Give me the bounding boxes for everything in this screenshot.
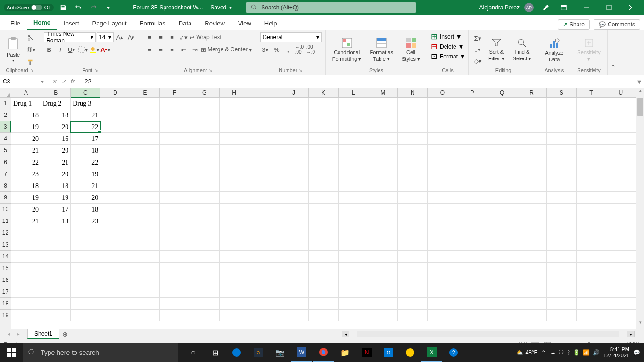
cell-P4[interactable] <box>457 133 487 145</box>
cell-B12[interactable] <box>41 227 71 239</box>
cell-I10[interactable] <box>249 204 279 215</box>
cell-P13[interactable] <box>457 239 487 251</box>
cell-J14[interactable] <box>279 251 309 263</box>
cell-N14[interactable] <box>398 251 428 263</box>
help-icon[interactable]: ? <box>443 343 464 362</box>
wifi-icon[interactable]: 📶 <box>583 349 590 356</box>
cell-Q4[interactable] <box>487 133 517 145</box>
autosave-toggle[interactable]: AutoSave Off <box>4 4 54 11</box>
cell-E12[interactable] <box>130 227 160 239</box>
cell-O9[interactable] <box>428 192 457 204</box>
cell-M4[interactable] <box>368 133 398 145</box>
cell-Q19[interactable] <box>487 310 517 321</box>
cell-O6[interactable] <box>428 156 457 168</box>
cell-D4[interactable] <box>100 133 130 145</box>
cell-K18[interactable] <box>309 298 339 310</box>
cell-A15[interactable] <box>11 263 41 274</box>
cell-R8[interactable] <box>517 180 547 192</box>
task-view-icon[interactable]: ⊞ <box>205 343 225 362</box>
cell-L19[interactable] <box>339 310 368 321</box>
cell-G8[interactable] <box>190 180 220 192</box>
clear-button[interactable]: ◇▾ <box>472 56 483 66</box>
cell-Q14[interactable] <box>487 251 517 263</box>
cell-F16[interactable] <box>160 274 190 286</box>
cell-N15[interactable] <box>398 263 428 274</box>
excel-icon[interactable]: X <box>421 343 442 362</box>
cell-I7[interactable] <box>249 168 279 180</box>
comma-button[interactable]: , <box>283 44 293 55</box>
cell-G13[interactable] <box>190 239 220 251</box>
column-header-E[interactable]: E <box>130 88 160 98</box>
cell-G14[interactable] <box>190 251 220 263</box>
column-header-C[interactable]: C <box>71 88 100 98</box>
scroll-down-button[interactable]: ▾ <box>636 320 644 329</box>
cell-P12[interactable] <box>457 227 487 239</box>
column-header-Q[interactable]: Q <box>487 88 517 98</box>
autosum-button[interactable]: Σ▾ <box>472 33 483 44</box>
format-as-table-button[interactable]: Format as Table ▾ <box>367 36 396 63</box>
column-header-H[interactable]: H <box>220 88 249 98</box>
amazon-icon[interactable]: a <box>248 343 269 362</box>
font-dialog-launcher[interactable]: ↘ <box>94 68 98 73</box>
analyze-data-button[interactable]: Analyze Data <box>542 37 566 63</box>
cell-K5[interactable] <box>309 145 339 156</box>
cell-T8[interactable] <box>577 180 606 192</box>
column-header-G[interactable]: G <box>190 88 220 98</box>
close-button[interactable] <box>621 0 642 15</box>
start-button[interactable] <box>0 343 23 362</box>
cell-K12[interactable] <box>309 227 339 239</box>
cell-A8[interactable]: 18 <box>11 180 41 192</box>
cell-F10[interactable] <box>160 204 190 215</box>
cell-N7[interactable] <box>398 168 428 180</box>
cell-K13[interactable] <box>309 239 339 251</box>
taskbar-search[interactable]: Type here to search <box>23 343 178 362</box>
cell-L7[interactable] <box>339 168 368 180</box>
cell-L15[interactable] <box>339 263 368 274</box>
font-size-select[interactable]: 14▾ <box>97 32 114 42</box>
cell-R17[interactable] <box>517 286 547 298</box>
cell-M7[interactable] <box>368 168 398 180</box>
cell-G11[interactable] <box>190 215 220 227</box>
column-header-S[interactable]: S <box>547 88 577 98</box>
cell-F5[interactable] <box>160 145 190 156</box>
cell-U4[interactable] <box>606 133 636 145</box>
cell-O3[interactable] <box>428 121 457 133</box>
cut-button[interactable] <box>25 33 36 43</box>
row-header-6[interactable]: 6 <box>0 156 11 168</box>
norton-icon[interactable] <box>400 343 421 362</box>
cell-M3[interactable] <box>368 121 398 133</box>
cell-C9[interactable]: 20 <box>71 192 100 204</box>
cell-S14[interactable] <box>547 251 577 263</box>
outlook-icon[interactable]: O <box>378 343 399 362</box>
cell-D16[interactable] <box>100 274 130 286</box>
cell-O18[interactable] <box>428 298 457 310</box>
cell-U9[interactable] <box>606 192 636 204</box>
cell-N11[interactable] <box>398 215 428 227</box>
cell-T18[interactable] <box>577 298 606 310</box>
cell-A2[interactable]: 18 <box>11 109 41 121</box>
cell-M15[interactable] <box>368 263 398 274</box>
cell-U10[interactable] <box>606 204 636 215</box>
cell-L3[interactable] <box>339 121 368 133</box>
cell-C7[interactable]: 19 <box>71 168 100 180</box>
cell-R13[interactable] <box>517 239 547 251</box>
align-center-button[interactable]: ≡ <box>156 44 166 55</box>
cell-Q3[interactable] <box>487 121 517 133</box>
column-header-I[interactable]: I <box>249 88 279 98</box>
align-top-button[interactable]: ≡ <box>144 32 155 42</box>
cell-B16[interactable] <box>41 274 71 286</box>
fill-color-button[interactable]: ▾ <box>89 44 99 55</box>
cell-O14[interactable] <box>428 251 457 263</box>
cell-P5[interactable] <box>457 145 487 156</box>
number-format-select[interactable]: General▾ <box>260 32 322 42</box>
column-header-L[interactable]: L <box>339 88 368 98</box>
cell-U6[interactable] <box>606 156 636 168</box>
cell-J15[interactable] <box>279 263 309 274</box>
row-header-13[interactable]: 13 <box>0 239 11 251</box>
cell-Q2[interactable] <box>487 109 517 121</box>
align-middle-button[interactable]: ≡ <box>156 32 166 42</box>
merge-center-button[interactable]: ⊞Merge & Center▾ <box>201 44 252 55</box>
cell-Q9[interactable] <box>487 192 517 204</box>
decrease-indent-button[interactable]: ⇤ <box>178 44 189 55</box>
underline-button[interactable]: U▾ <box>66 44 77 55</box>
